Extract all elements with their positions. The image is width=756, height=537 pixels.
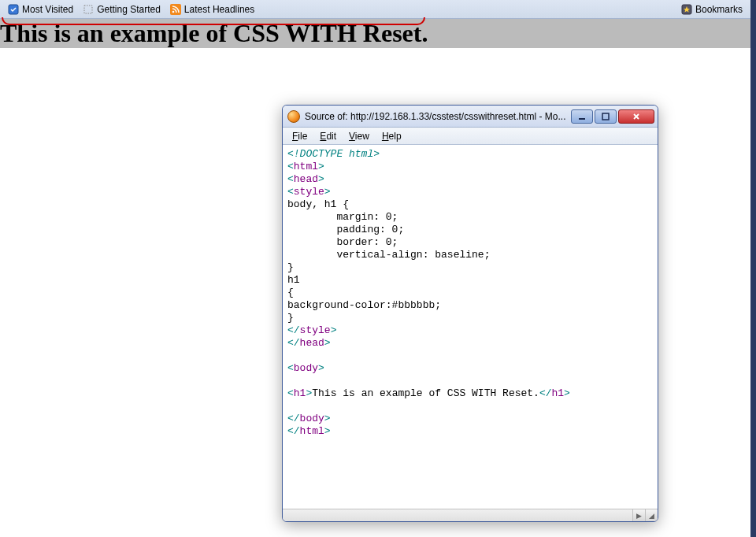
annotation-highlight bbox=[2, 17, 425, 25]
maximize-button[interactable] bbox=[595, 109, 617, 124]
toolbar-item-label: Bookmarks bbox=[695, 4, 743, 15]
firefox-icon bbox=[287, 110, 300, 123]
svg-rect-7 bbox=[602, 113, 609, 120]
source-code-view[interactable]: <!DOCTYPE html> <html> <head> <style> bo… bbox=[283, 145, 658, 509]
scrollbar-horizontal[interactable]: ▶ ◢ bbox=[283, 509, 658, 521]
toolbar-item-label: Latest Headlines bbox=[184, 4, 254, 15]
dotted-page-icon bbox=[83, 4, 94, 15]
code-doctype: <!DOCTYPE html> bbox=[287, 148, 380, 160]
source-window-menubar: File Edit View Help bbox=[283, 128, 658, 145]
source-window-titlebar[interactable]: Source of: http://192.168.1.33/csstest/c… bbox=[283, 106, 658, 128]
source-window: Source of: http://192.168.1.33/csstest/c… bbox=[282, 105, 658, 522]
toolbar-item-most-visited[interactable]: Most Visited bbox=[3, 2, 78, 17]
bookmarks-icon bbox=[681, 4, 692, 15]
scrollbar-right-button[interactable]: ▶ bbox=[632, 509, 645, 522]
svg-rect-1 bbox=[84, 6, 92, 13]
close-button[interactable] bbox=[618, 109, 654, 124]
bookmarks-toolbar: Most Visited Getting Started Latest Head… bbox=[0, 0, 750, 19]
minimize-button[interactable] bbox=[571, 109, 593, 124]
source-window-title: Source of: http://192.168.1.33/csstest/c… bbox=[305, 111, 571, 122]
menu-edit[interactable]: Edit bbox=[313, 129, 343, 143]
toolbar-item-label: Getting Started bbox=[97, 4, 161, 15]
toolbar-item-latest-headlines[interactable]: Latest Headlines bbox=[165, 2, 259, 17]
browser-window: Most Visited Getting Started Latest Head… bbox=[0, 0, 756, 537]
window-controls bbox=[571, 109, 654, 124]
menu-file[interactable]: File bbox=[286, 129, 313, 143]
svg-rect-6 bbox=[579, 118, 585, 120]
scrollbar-corner: ◢ bbox=[645, 509, 658, 522]
menu-help[interactable]: Help bbox=[376, 129, 408, 143]
window-border-right bbox=[750, 0, 756, 537]
toolbar-item-bookmarks[interactable]: Bookmarks bbox=[676, 2, 747, 17]
rss-icon bbox=[170, 4, 181, 15]
toolbar-item-label: Most Visited bbox=[22, 4, 73, 15]
menu-view[interactable]: View bbox=[343, 129, 376, 143]
toolbar-item-getting-started[interactable]: Getting Started bbox=[78, 2, 165, 17]
svg-point-3 bbox=[172, 10, 175, 13]
most-visited-icon bbox=[8, 4, 19, 15]
